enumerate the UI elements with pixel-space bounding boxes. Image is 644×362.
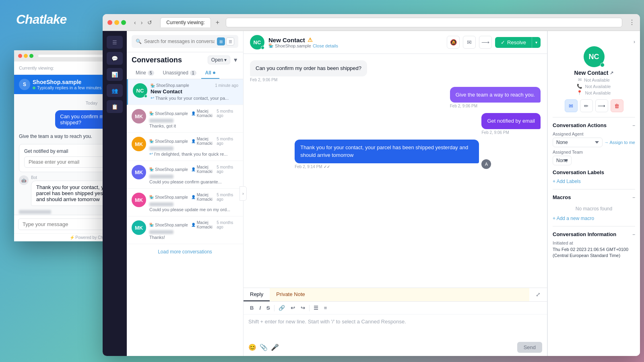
tab-unassigned[interactable]: Unassigned 1 [159, 68, 200, 79]
browser-max-light[interactable] [121, 20, 126, 25]
reply-input-area[interactable]: Shift + enter for new line. Start with '… [244, 315, 547, 339]
attachment-btn[interactable]: 📎 [260, 343, 268, 351]
assigned-team-select[interactable]: None [553, 156, 572, 165]
profile-location-row: 📍 Not Available [577, 90, 611, 95]
ordered-list-btn[interactable]: ≡ [322, 304, 329, 312]
open-badge[interactable]: Open ▾ [208, 56, 230, 64]
conv-name-row-3 [149, 146, 238, 150]
profile-delete-btn[interactable]: 🗑 [611, 99, 623, 112]
audio-btn[interactable]: 🎤 [271, 343, 279, 351]
conv-shop-2: 🏪 ShoeShop.sample [149, 111, 188, 116]
profile-expand-btn[interactable]: › [634, 39, 635, 45]
conv-preview-text-2: Thanks, got it [149, 123, 176, 128]
conv-meta-6: 🏪 ShoeShop.sample 👤 Maciej Kornacki 5 mo… [149, 220, 238, 229]
assign-to-me-link[interactable]: → Assign to me [604, 140, 635, 145]
conv-item-3[interactable]: MK 🏪 ShoeShop.sample 👤 Maciej Kornac [127, 133, 243, 161]
emoji-btn[interactable]: 😊 [248, 343, 256, 351]
assigned-agent-select[interactable]: None [553, 138, 603, 147]
load-more-btn[interactable]: Load more conversations [127, 244, 243, 259]
close-details-link[interactable]: Close details [313, 43, 338, 48]
browser-new-tab-btn[interactable]: + [216, 19, 219, 26]
conv-preview-3: ↩ I'm delighted, thank you for quick re.… [149, 151, 238, 156]
agent-icon-3: 👤 [191, 139, 196, 143]
tab-mine[interactable]: Mine 5 [132, 68, 158, 79]
conv-info-section: Conversation Information − Initiated at … [553, 226, 635, 259]
conv-shop-3: 🏪 ShoeShop.sample [149, 139, 188, 144]
message-1: Can you confirm my order has been shippe… [250, 60, 367, 82]
browser-address-bar[interactable] [226, 18, 622, 27]
forward-btn[interactable]: ⟶ [479, 36, 492, 49]
chat-messages: Can you confirm my order has been shippe… [244, 54, 547, 288]
strikethrough-btn[interactable]: S [265, 304, 272, 312]
add-macro-btn[interactable]: + Add a new macro [553, 216, 594, 221]
contact-profile: › NC New Contact ↗ ✉ Not Available 📞 Not… [553, 36, 635, 117]
sidebar-item-1[interactable]: ☰ [107, 36, 123, 49]
sidebar-item-5[interactable]: 📋 [107, 100, 123, 113]
profile-email-btn[interactable]: ✉ [565, 99, 578, 112]
widget-min-light[interactable] [24, 54, 28, 58]
redo-btn[interactable]: ↪ [299, 304, 307, 312]
message-bubble-3: Get notified by email [481, 113, 541, 129]
sidebar-item-2[interactable]: 💬 [107, 52, 123, 65]
shop-icon-4: 🏪 [149, 167, 154, 171]
conv-meta-1: 🏪 ShoeShop.sample 1 minute ago [151, 83, 238, 88]
conv-item-5[interactable]: MK 🏪 ShoeShop.sample 👤 Maciej Kornac [127, 189, 243, 216]
conv-item-2[interactable]: MK 🏪 ShoeShop.sample 👤 Maciej Kornac [127, 105, 243, 133]
sidebar: ☰ 💬 📊 👥 📋 [103, 31, 127, 356]
conv-actions-collapse[interactable]: − [632, 123, 635, 128]
browser-close-light[interactable] [107, 20, 112, 25]
unordered-list-btn[interactable]: ☰ [312, 304, 320, 312]
widget-shop-name: ShoeShop.sample [33, 79, 101, 85]
reply-expand-btn[interactable]: ⤢ [529, 288, 547, 301]
toggle-btn-1[interactable]: ⊞ [217, 37, 225, 45]
browser-menu-btn[interactable]: ⋮ [629, 19, 635, 26]
tab-title: Currently viewing: [166, 20, 204, 25]
send-btn[interactable]: Send [517, 342, 542, 353]
conv-agent-name-3: Maciej Kornacki [197, 137, 217, 146]
widget-close-light[interactable] [18, 54, 22, 58]
message-time-3: Feb 2, 9:06 PM [481, 130, 541, 135]
assign-select-row: None → Assign to me [553, 138, 635, 147]
toggle-btn-2[interactable]: ☰ [226, 37, 234, 45]
profile-header: › [553, 39, 635, 45]
mute-btn[interactable]: 🔕 [447, 36, 460, 49]
tab-all[interactable]: All [201, 68, 219, 79]
profile-email-row: ✉ Not Available [578, 77, 610, 82]
search-input[interactable] [144, 39, 215, 44]
profile-edit-btn[interactable]: ✏ [580, 99, 593, 112]
right-panel-collapse-btn[interactable]: › [239, 186, 247, 201]
reply-tab[interactable]: Reply [244, 288, 270, 301]
conv-actions-header: Conversation Actions − [553, 122, 635, 128]
browser-tab[interactable]: Currently viewing: [160, 17, 211, 27]
resolve-btn[interactable]: ✓ Resolve [495, 37, 532, 48]
assigned-team-row: Assigned Team None [553, 150, 635, 165]
macros-collapse[interactable]: − [632, 195, 635, 200]
browser-min-light[interactable] [114, 20, 119, 25]
bold-btn[interactable]: B [248, 304, 255, 312]
browser-back-btn[interactable]: ‹ [132, 19, 138, 27]
conv-item-6[interactable]: MK 🏪 ShoeShop.sample 👤 Maciej Kornac [127, 216, 243, 244]
conv-info-collapse[interactable]: − [632, 232, 635, 237]
resolve-dropdown-btn[interactable]: ▾ [532, 37, 541, 48]
chat-contact-details: New Contact ⚠ 🏪 ShoeShop.sample Close de… [268, 37, 338, 48]
external-link-icon: ↗ [610, 70, 613, 76]
email-btn[interactable]: ✉ [463, 36, 476, 49]
undo-btn[interactable]: ↩ [289, 304, 297, 312]
conv-avatar-6: MK [132, 220, 146, 235]
conv-item-1[interactable]: NC 🏪 ShoeShop.sample 1 minute ago N [127, 79, 243, 105]
message-row-3: ⋮ Get notified by email Feb 2, 9:06 PM [250, 113, 541, 135]
profile-email: Not Available [584, 78, 610, 82]
sidebar-item-4[interactable]: 👥 [107, 84, 123, 97]
conv-item-4[interactable]: MK 🏪 ShoeShop.sample 👤 Maciej Kornac [127, 161, 243, 189]
search-toggles: ⊞ ☰ [217, 37, 234, 45]
browser-forward-btn[interactable]: › [139, 19, 144, 27]
filter-btn[interactable]: ▼ [233, 57, 238, 63]
italic-btn[interactable]: I [258, 304, 262, 312]
private-note-tab[interactable]: Private Note [270, 288, 529, 301]
add-labels-btn[interactable]: + Add Labels [553, 179, 581, 184]
profile-link-btn[interactable]: ⟶ [595, 99, 608, 112]
widget-max-light[interactable] [29, 54, 33, 58]
sidebar-item-3[interactable]: 📊 [107, 68, 123, 81]
link-btn[interactable]: 🔗 [277, 304, 287, 312]
browser-refresh-btn[interactable]: ↺ [146, 19, 154, 27]
